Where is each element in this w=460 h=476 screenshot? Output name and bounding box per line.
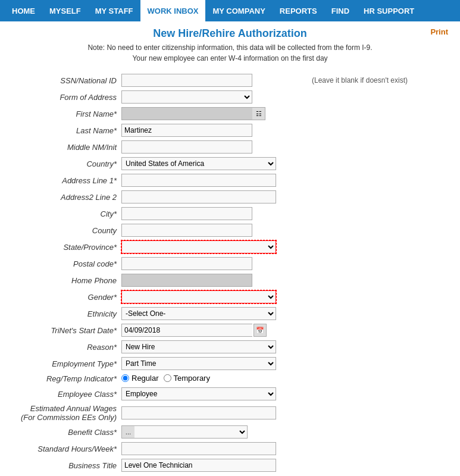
business-title-input-cell	[119, 457, 309, 474]
employment-type-label: Employment Type*	[12, 355, 119, 372]
nav-hr-support[interactable]: HR SUPPORT	[356, 0, 421, 21]
form-of-address-label: Form of Address	[12, 89, 119, 105]
first-name-input-wrapper: ☷	[121, 107, 265, 120]
start-date-input[interactable]	[121, 324, 252, 337]
gender-label: Gender*	[12, 289, 119, 305]
postal-input[interactable]	[121, 257, 252, 270]
ethnicity-select[interactable]: -Select One- Hispanic or Latino Not Hisp…	[121, 307, 276, 320]
address1-input-cell	[119, 172, 309, 189]
first-name-label: First Name*	[12, 105, 119, 122]
ethnicity-row: Ethnicity -Select One- Hispanic or Latin…	[12, 305, 448, 322]
address1-row: Address Line 1*	[12, 172, 448, 189]
benefit-class-dots-btn[interactable]: …	[121, 425, 134, 439]
benefit-class-input-cell: …	[119, 424, 309, 440]
country-select[interactable]: United States of America Canada Mexico	[121, 157, 276, 170]
state-label: State/Province*	[12, 239, 119, 255]
address2-label: Address2 Line 2	[12, 189, 119, 205]
address1-input[interactable]	[121, 174, 276, 187]
gender-row: Gender* Male Female Non-Binary	[12, 289, 448, 305]
employee-class-row: Employee Class* Employee Contractor	[12, 386, 448, 402]
page-title-container: New Hire/Rehire Authorization Print	[12, 27, 448, 40]
standard-hours-input-cell	[119, 440, 309, 457]
gender-input-cell: Male Female Non-Binary	[119, 289, 309, 305]
ssn-input[interactable]	[121, 74, 252, 87]
home-phone-row: Home Phone	[12, 272, 448, 289]
postal-label: Postal code*	[12, 255, 119, 272]
county-label: County	[12, 222, 119, 239]
nav-find[interactable]: FIND	[324, 0, 356, 21]
regular-radio-label[interactable]: Regular	[121, 374, 159, 383]
hire-form: SSN/National ID (Leave it blank if doesn…	[12, 72, 448, 474]
ssn-hint: (Leave it blank if doesn't exist)	[309, 72, 448, 89]
ethnicity-label: Ethnicity	[12, 305, 119, 322]
form-of-address-input-cell: Mr. Ms. Mrs. Dr.	[119, 89, 309, 105]
employment-type-select[interactable]: Full Time Part Time	[121, 357, 276, 370]
ssn-row: SSN/National ID (Leave it blank if doesn…	[12, 72, 448, 89]
employee-class-select[interactable]: Employee Contractor	[121, 387, 276, 400]
annual-wages-input[interactable]	[121, 406, 276, 419]
address2-row: Address2 Line 2	[12, 189, 448, 205]
benefit-class-select[interactable]	[134, 425, 248, 439]
home-phone-label: Home Phone	[12, 272, 119, 289]
temporary-radio[interactable]	[164, 374, 171, 382]
calendar-icon[interactable]: 📅	[254, 324, 267, 337]
state-select[interactable]: CA NY TX	[121, 240, 276, 253]
business-title-input[interactable]	[121, 459, 276, 472]
temporary-radio-label[interactable]: Temporary	[164, 374, 210, 383]
reg-temp-input-cell: Regular Temporary	[119, 372, 309, 386]
page-content: New Hire/Rehire Authorization Print Note…	[0, 21, 460, 476]
country-label: Country*	[12, 155, 119, 172]
nav-my-staff[interactable]: MY STAFF	[88, 0, 140, 21]
county-row: County	[12, 222, 448, 239]
page-title: New Hire/Rehire Authorization	[153, 27, 306, 39]
gender-select[interactable]: Male Female Non-Binary	[121, 290, 276, 303]
form-of-address-select[interactable]: Mr. Ms. Mrs. Dr.	[121, 90, 252, 104]
business-title-label: Business Title	[12, 457, 119, 474]
reason-select[interactable]: New Hire Rehire	[121, 340, 276, 353]
state-input-cell: CA NY TX	[119, 239, 309, 255]
start-date-label: TriNet's Start Date*	[12, 322, 119, 339]
first-name-row: First Name* ☷	[12, 105, 448, 122]
benefit-class-label: Benefit Class*	[12, 424, 119, 440]
home-phone-input[interactable]	[121, 274, 252, 287]
employment-type-row: Employment Type* Full Time Part Time	[12, 355, 448, 372]
address2-input[interactable]	[121, 190, 276, 203]
country-row: Country* United States of America Canada…	[12, 155, 448, 172]
nav-reports[interactable]: REPORTS	[273, 0, 324, 21]
middle-name-input[interactable]	[121, 140, 252, 154]
nav-my-company[interactable]: MY COMPANY	[205, 0, 272, 21]
navigation: HOME MYSELF MY STAFF WORK INBOX MY COMPA…	[0, 0, 460, 21]
regular-radio[interactable]	[121, 374, 129, 382]
start-date-row: TriNet's Start Date* 📅	[12, 322, 448, 339]
standard-hours-input[interactable]	[121, 442, 276, 455]
print-link[interactable]: Print	[430, 27, 448, 36]
standard-hours-row: Standard Hours/Week*	[12, 440, 448, 457]
country-input-cell: United States of America Canada Mexico	[119, 155, 309, 172]
reason-row: Reason* New Hire Rehire	[12, 339, 448, 355]
reg-temp-radio-group: Regular Temporary	[121, 374, 210, 383]
ssn-input-cell	[119, 72, 309, 89]
middle-name-input-cell	[119, 139, 309, 155]
first-name-input[interactable]	[121, 107, 252, 120]
reason-input-cell: New Hire Rehire	[119, 339, 309, 355]
postal-input-cell	[119, 255, 309, 272]
start-date-input-cell: 📅	[119, 322, 309, 339]
nav-myself[interactable]: MYSELF	[42, 0, 88, 21]
city-input[interactable]	[121, 207, 252, 220]
annual-wages-input-cell	[119, 402, 309, 424]
last-name-input[interactable]	[121, 124, 252, 137]
reason-label: Reason*	[12, 339, 119, 355]
nav-home[interactable]: HOME	[5, 0, 42, 21]
annual-wages-label: Estimated Annual Wages(For Commission EE…	[12, 402, 119, 424]
standard-hours-label: Standard Hours/Week*	[12, 440, 119, 457]
reg-temp-label: Reg/Temp Indicator*	[12, 372, 119, 386]
benefit-class-wrapper: …	[121, 425, 248, 439]
home-phone-input-cell	[119, 272, 309, 289]
state-row: State/Province* CA NY TX	[12, 239, 448, 255]
county-input[interactable]	[121, 224, 252, 237]
nav-work-inbox[interactable]: WORK INBOX	[140, 0, 206, 21]
last-name-label: Last Name*	[12, 122, 119, 139]
ethnicity-input-cell: -Select One- Hispanic or Latino Not Hisp…	[119, 305, 309, 322]
first-name-icon-btn[interactable]: ☷	[252, 107, 265, 120]
employee-class-label: Employee Class*	[12, 386, 119, 402]
